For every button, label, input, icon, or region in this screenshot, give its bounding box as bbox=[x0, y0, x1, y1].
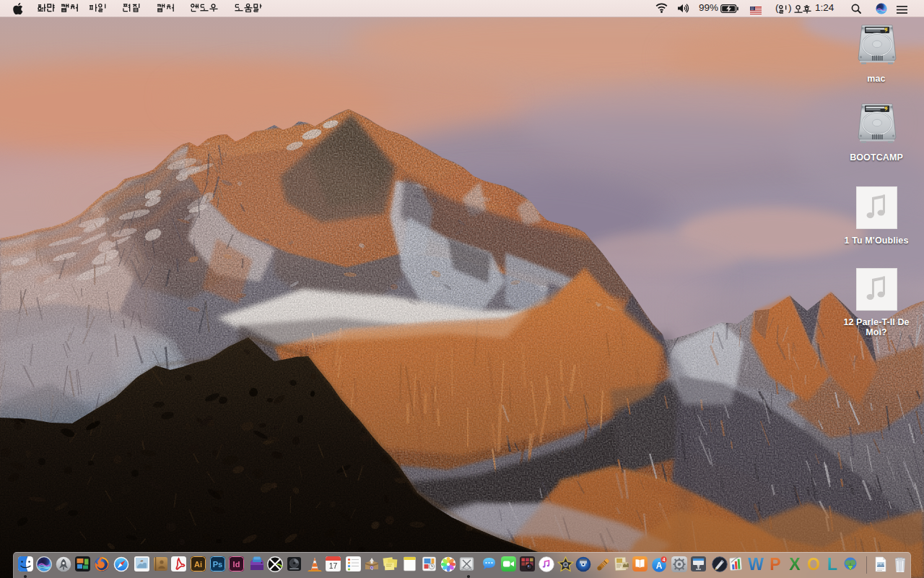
svg-text:O: O bbox=[807, 556, 820, 572]
svg-text:Q: Q bbox=[370, 566, 373, 570]
svg-text:P: P bbox=[770, 556, 780, 572]
svg-text:X: X bbox=[789, 556, 801, 572]
svg-text:Ps: Ps bbox=[212, 560, 222, 569]
svg-text:L: L bbox=[827, 556, 837, 572]
svg-text:4: 4 bbox=[663, 557, 666, 562]
svg-text:Id: Id bbox=[233, 560, 240, 569]
svg-text:Ai: Ai bbox=[194, 560, 202, 569]
svg-text:A: A bbox=[656, 561, 663, 571]
svg-text:17: 17 bbox=[329, 561, 338, 570]
svg-text:W: W bbox=[748, 556, 764, 572]
